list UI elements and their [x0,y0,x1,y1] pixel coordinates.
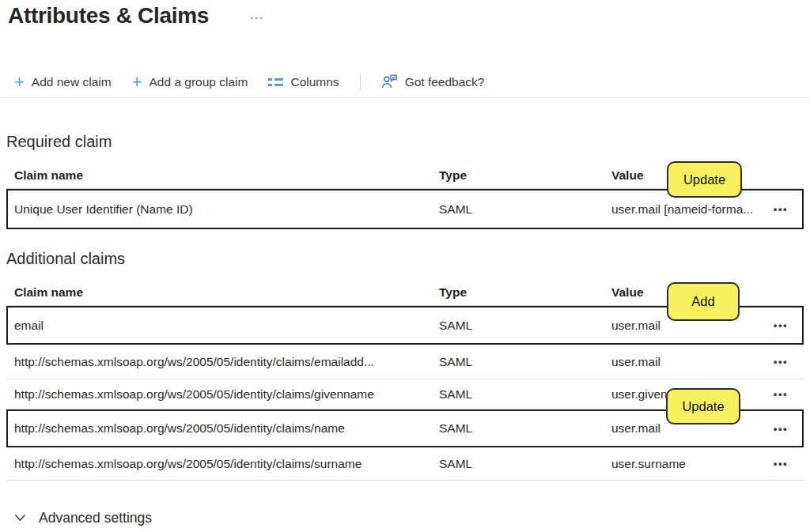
type-column-header: Type [431,285,604,300]
toolbar-divider [360,74,361,91]
add-group-claim-button[interactable]: + Add a group claim [132,75,248,89]
claim-name-cell: email [8,319,433,333]
plus-icon: + [14,75,25,89]
feedback-label: Got feedback? [405,75,485,89]
feedback-icon [381,74,398,89]
command-bar: + Add new claim + Add a group claim Colu… [0,66,810,98]
claim-type-cell: SAML [431,457,604,471]
claim-type-cell: SAML [431,387,604,402]
attributes-claims-page: Attributes & Claims ··· + Add new claim … [0,0,810,532]
columns-button[interactable]: Columns [268,75,339,89]
annotation-callout: Update [667,161,742,198]
plus-icon: + [132,75,142,89]
claim-name-column-header: Claim name [6,168,431,183]
claim-name-cell: http://schemas.xmlsoap.org/ws/2005/05/id… [6,457,431,471]
claim-name-cell: http://schemas.xmlsoap.org/ws/2005/05/id… [6,355,431,369]
claim-name-cell: http://schemas.xmlsoap.org/ws/2005/05/id… [6,387,431,402]
annotation-callout: Add [667,282,740,321]
more-options-icon[interactable]: ··· [250,11,264,25]
row-menu-icon[interactable]: ••• [766,388,804,400]
row-menu-icon[interactable]: ••• [767,423,802,435]
claim-type-cell: SAML [433,202,605,217]
annotation-callout: Update [666,388,740,424]
chevron-down-icon [14,514,26,522]
claim-type-cell: SAML [433,319,605,333]
add-new-claim-button[interactable]: + Add new claim [14,75,112,89]
claim-type-cell: SAML [431,355,604,369]
claim-type-cell: SAML [433,421,605,436]
claim-name-cell: http://schemas.xmlsoap.org/ws/2005/05/id… [8,421,433,436]
claim-name-cell: Unique User Identifier (Name ID) [8,202,433,217]
columns-icon [268,78,283,86]
required-claim-heading: Required claim [6,133,112,151]
additional-claims-heading: Additional claims [6,250,125,268]
row-menu-icon[interactable]: ••• [766,458,804,470]
claim-name-column-header: Claim name [6,285,431,300]
claim-row[interactable]: http://schemas.xmlsoap.org/ws/2005/05/id… [6,447,804,481]
claim-value-cell: user.mail [nameid-forma... [605,202,764,217]
claim-row[interactable]: http://schemas.xmlsoap.org/ws/2005/05/id… [6,345,804,379]
row-menu-icon[interactable]: ••• [766,356,804,368]
type-column-header: Type [431,168,604,183]
page-title: Attributes & Claims [8,3,209,28]
row-menu-icon[interactable]: ••• [767,203,802,215]
advanced-settings-expander[interactable]: Advanced settings [14,506,152,530]
row-menu-icon[interactable]: ••• [767,319,802,331]
advanced-settings-label: Advanced settings [39,510,152,526]
claim-value-cell: user.mail [604,355,766,369]
feedback-button[interactable]: Got feedback? [381,74,485,89]
add-new-claim-label: Add new claim [32,75,112,89]
add-group-claim-label: Add a group claim [150,75,248,89]
columns-label: Columns [290,75,339,89]
claim-value-cell: user.surname [604,457,766,471]
